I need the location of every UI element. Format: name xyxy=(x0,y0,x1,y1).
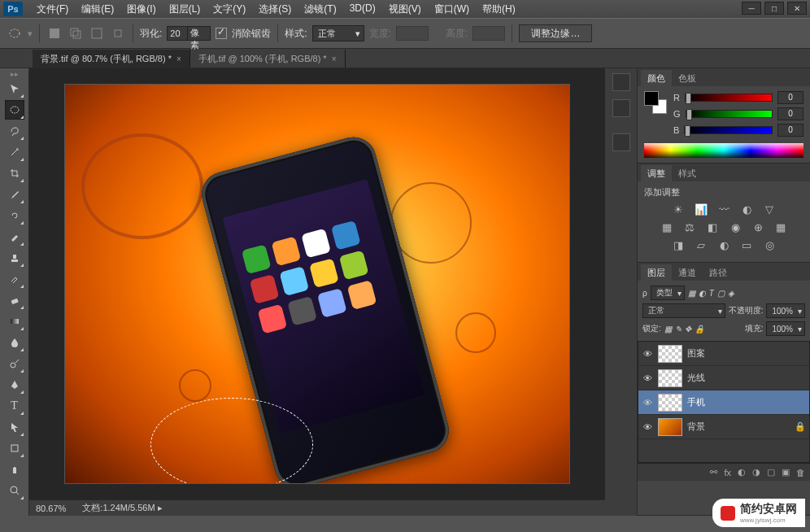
menu-select[interactable]: 选择(S) xyxy=(253,1,297,18)
eye-icon[interactable]: 👁 xyxy=(642,349,653,359)
intersect-selection-icon[interactable] xyxy=(110,25,126,41)
brightness-icon[interactable]: ☀ xyxy=(671,203,686,216)
new-selection-icon[interactable] xyxy=(46,25,63,41)
stamp-tool[interactable] xyxy=(5,248,24,268)
type-tool[interactable]: T xyxy=(5,396,24,416)
hue-icon[interactable]: ▦ xyxy=(660,221,674,234)
tab-adjustments[interactable]: 调整 xyxy=(641,165,672,181)
layer-item-selected[interactable]: 👁手机 xyxy=(638,390,809,415)
move-tool[interactable] xyxy=(5,79,24,98)
eye-icon[interactable]: 👁 xyxy=(642,373,653,383)
b-value[interactable]: 0 xyxy=(777,124,803,137)
g-value[interactable]: 0 xyxy=(777,107,803,120)
threshold-icon[interactable]: ◐ xyxy=(716,239,731,252)
layer-item[interactable]: 👁光线 xyxy=(638,366,809,390)
posterize-icon[interactable]: ▱ xyxy=(694,239,708,252)
lookup-icon[interactable]: ▦ xyxy=(773,221,788,234)
close-button[interactable]: ✕ xyxy=(787,2,807,15)
lock-transparency-icon[interactable]: ▦ xyxy=(664,325,672,334)
selective-icon[interactable]: ◎ xyxy=(762,239,777,252)
levels-icon[interactable]: 📊 xyxy=(694,203,708,216)
menu-edit[interactable]: 编辑(E) xyxy=(76,1,120,18)
feather-input[interactable] xyxy=(167,26,188,41)
filter-adj-icon[interactable]: ◐ xyxy=(699,289,706,298)
panel-icon-3[interactable] xyxy=(612,133,630,151)
panel-icon-1[interactable] xyxy=(612,73,630,91)
layer-thumb[interactable] xyxy=(658,418,682,436)
doc-tab-active[interactable]: 背景.tif @ 80.7% (手机, RGB/8) *× xyxy=(33,50,190,68)
layer-thumb[interactable] xyxy=(658,394,682,412)
layer-name[interactable]: 图案 xyxy=(687,347,705,360)
layer-item[interactable]: 👁背景🔒 xyxy=(638,415,809,439)
fill-input[interactable]: 100% xyxy=(766,321,805,336)
layer-item[interactable]: 👁图案 xyxy=(638,342,809,366)
mask-icon[interactable]: ◐ xyxy=(738,467,746,477)
zoom-tool[interactable] xyxy=(5,481,24,500)
canvas-viewport[interactable] xyxy=(29,68,605,499)
sub-selection-icon[interactable] xyxy=(89,25,105,41)
fx-icon[interactable]: fx xyxy=(724,468,731,477)
brush-tool[interactable] xyxy=(5,227,24,246)
photo-filter-icon[interactable]: ◉ xyxy=(728,221,742,234)
hand-tool[interactable] xyxy=(5,460,24,479)
maximize-button[interactable]: □ xyxy=(764,2,784,15)
style-dropdown[interactable]: 正常 xyxy=(312,25,364,41)
zoom-level[interactable]: 80.67% xyxy=(36,504,66,513)
menu-3d[interactable]: 3D(D) xyxy=(344,1,381,18)
tab-layers[interactable]: 图层 xyxy=(641,264,672,281)
add-selection-icon[interactable] xyxy=(68,25,84,41)
heal-tool[interactable] xyxy=(5,206,24,225)
fg-bg-color[interactable] xyxy=(644,91,667,114)
close-icon[interactable]: × xyxy=(332,55,337,63)
exposure-icon[interactable]: ◐ xyxy=(739,203,754,216)
menu-image[interactable]: 图像(I) xyxy=(121,1,161,18)
opacity-input[interactable]: 100% xyxy=(766,303,805,318)
lock-paint-icon[interactable]: ✎ xyxy=(675,325,682,334)
eye-icon[interactable]: 👁 xyxy=(642,398,653,408)
filter-pixel-icon[interactable]: ▦ xyxy=(688,289,695,298)
blend-mode-dropdown[interactable]: 正常 xyxy=(642,303,725,318)
link-icon[interactable]: ⚯ xyxy=(710,467,717,477)
tab-channels[interactable]: 通道 xyxy=(672,264,703,281)
layer-filter-dropdown[interactable]: 类型 xyxy=(651,286,685,300)
menu-type[interactable]: 文字(Y) xyxy=(207,1,251,18)
r-value[interactable]: 0 xyxy=(777,91,803,104)
balance-icon[interactable]: ⚖ xyxy=(682,221,697,234)
lock-all-icon[interactable]: 🔒 xyxy=(695,325,704,334)
new-layer-icon[interactable]: ▣ xyxy=(782,467,790,477)
filter-type-icon[interactable]: T xyxy=(709,289,714,298)
filter-smart-icon[interactable]: ◈ xyxy=(728,289,734,298)
layer-thumb[interactable] xyxy=(658,345,682,363)
layer-name[interactable]: 背景 xyxy=(687,421,705,433)
eyedropper-tool[interactable] xyxy=(5,185,24,204)
lasso-tool[interactable] xyxy=(5,121,24,141)
tab-swatches[interactable]: 色板 xyxy=(672,70,703,86)
menu-view[interactable]: 视图(V) xyxy=(383,1,427,18)
gradient-map-icon[interactable]: ▭ xyxy=(739,239,754,252)
dodge-tool[interactable] xyxy=(5,354,24,373)
layer-thumb[interactable] xyxy=(658,369,682,387)
eye-icon[interactable]: 👁 xyxy=(642,422,653,432)
minimize-button[interactable]: ─ xyxy=(742,2,761,15)
b-slider[interactable] xyxy=(684,126,773,134)
menu-layer[interactable]: 图层(L) xyxy=(163,1,207,18)
gradient-tool[interactable] xyxy=(5,312,24,331)
pen-tool[interactable] xyxy=(5,375,24,395)
menu-window[interactable]: 窗口(W) xyxy=(429,1,475,18)
mixer-icon[interactable]: ⊕ xyxy=(751,221,765,234)
panel-icon-2[interactable] xyxy=(612,99,630,117)
r-slider[interactable] xyxy=(685,94,773,102)
marquee-selection[interactable] xyxy=(150,398,313,483)
crop-tool[interactable] xyxy=(5,164,24,183)
history-brush-tool[interactable] xyxy=(5,269,24,289)
antialias-checkbox[interactable] xyxy=(216,28,227,39)
layer-name[interactable]: 手机 xyxy=(687,396,705,408)
path-select-tool[interactable] xyxy=(5,417,24,437)
vibrance-icon[interactable]: ▽ xyxy=(762,203,777,216)
refine-edge-button[interactable]: 调整边缘… xyxy=(519,24,592,42)
blur-tool[interactable] xyxy=(5,333,24,352)
close-icon[interactable]: × xyxy=(176,55,181,63)
layer-name[interactable]: 光线 xyxy=(687,372,705,384)
trash-icon[interactable]: 🗑 xyxy=(796,468,805,477)
marquee-tool[interactable] xyxy=(5,100,24,120)
